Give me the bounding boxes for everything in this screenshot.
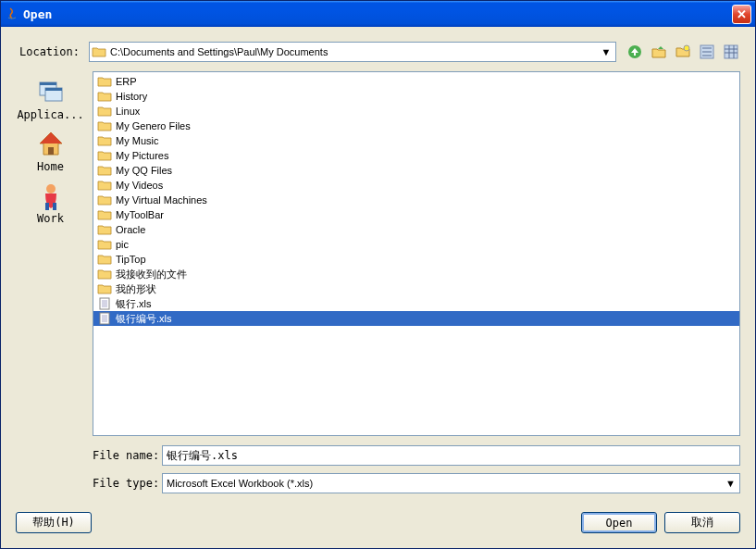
svg-rect-14 [45,88,62,91]
up-icon[interactable] [626,43,644,61]
file-row[interactable]: 我接收到的文件 [93,267,739,281]
file-row[interactable]: My QQ Files [93,163,739,178]
fields: File name: File type: Microsoft Excel Wo… [93,445,740,501]
file-row[interactable]: My Virtual Machines [93,193,739,207]
file-row[interactable]: 银行编号.xls [93,311,739,326]
folder-icon [97,223,112,236]
file-name: My Music [116,135,158,146]
file-name: 银行.xls [116,297,152,311]
svg-point-1 [684,45,689,51]
filename-row: File name: [93,445,740,466]
file-list[interactable]: ERPHistoryLinuxMy Genero FilesMy MusicMy… [93,71,740,436]
folder-icon [97,238,112,251]
svg-point-16 [46,184,56,193]
details-view-icon[interactable] [722,43,740,61]
file-row[interactable]: TipTop [93,252,739,267]
file-name: MyToolBar [116,209,164,220]
dropdown-icon: ▼ [725,478,736,489]
file-name: 银行编号.xls [116,312,172,326]
button-row: 帮助(H) Open 取消 [16,512,740,533]
file-row[interactable]: Oracle [93,222,739,237]
folder-icon [97,268,112,281]
folder-icon [97,208,112,221]
filetype-label: File type: [93,477,162,490]
main-row: Applica... Home Work ERPHistoryLinuxMy G… [16,71,740,501]
file-icon [97,297,112,310]
help-button[interactable]: 帮助(H) [16,512,92,533]
file-name: pic [116,239,129,250]
filetype-value: Microsoft Excel Workbook (*.xls) [167,478,725,489]
svg-rect-18 [53,203,56,210]
file-name: 我接收到的文件 [116,268,187,281]
dialog-body: Location: C:\Documents and Settings\Paul… [1,27,755,548]
svg-rect-13 [40,82,56,85]
svg-rect-15 [48,147,54,155]
location-row: Location: C:\Documents and Settings\Paul… [16,42,740,62]
folder-icon [97,105,112,118]
svg-rect-24 [100,313,109,324]
folder-icon [97,282,112,295]
filetype-select[interactable]: Microsoft Excel Workbook (*.xls) ▼ [162,473,740,493]
file-row[interactable]: Linux [93,104,739,119]
file-row[interactable]: MyToolBar [93,207,739,222]
new-folder-icon[interactable] [674,43,692,61]
work-icon [36,181,66,210]
file-name: My Virtual Machines [116,194,207,206]
place-work[interactable]: Work [19,179,83,227]
file-row[interactable]: pic [93,237,739,252]
dropdown-icon[interactable]: ▼ [599,46,613,57]
place-label: Home [37,160,64,173]
folder-icon [97,90,112,103]
location-combo[interactable]: C:\Documents and Settings\Paul\My Docume… [89,42,616,62]
place-home[interactable]: Home [19,127,83,175]
list-view-icon[interactable] [698,43,716,61]
file-row[interactable]: ERP [93,74,739,89]
open-dialog: Open ✕ Location: C:\Documents and Settin… [0,0,756,549]
file-name: My Pictures [116,150,168,161]
file-name: Linux [116,106,140,117]
file-row[interactable]: My Pictures [93,148,739,163]
svg-rect-19 [100,298,109,309]
folder-icon [97,179,112,192]
file-name: Oracle [116,224,145,235]
places-bar: Applica... Home Work [16,71,85,501]
file-name: My QQ Files [116,165,172,176]
file-icon [97,312,112,325]
close-button[interactable]: ✕ [732,5,751,24]
folder-icon [97,193,112,206]
file-name: History [116,91,147,102]
cancel-button[interactable]: 取消 [664,512,740,533]
home-icon [36,129,66,158]
home-icon[interactable] [650,43,668,61]
filename-input[interactable] [162,445,740,466]
open-button[interactable]: Open [581,512,657,533]
folder-icon [97,149,112,162]
folder-icon [97,253,112,266]
file-row[interactable]: History [93,89,739,104]
window-title: Open [23,7,732,21]
location-label: Location: [16,45,85,58]
svg-rect-6 [725,45,737,58]
filename-label: File name: [93,449,162,462]
folder-icon [97,75,112,88]
folder-icon [97,134,112,147]
file-row[interactable]: 我的形状 [93,281,739,296]
file-row[interactable]: My Music [93,133,739,148]
folder-icon [97,119,112,132]
file-row[interactable]: My Videos [93,178,739,193]
place-label: Applica... [17,108,83,121]
filetype-row: File type: Microsoft Excel Workbook (*.x… [93,473,740,493]
svg-rect-17 [45,203,49,210]
java-icon [5,6,19,21]
file-row[interactable]: My Genero Files [93,119,739,133]
file-name: TipTop [116,254,146,265]
applications-icon [36,77,66,106]
folder-icon [97,164,112,177]
folder-icon [92,45,106,58]
file-name: ERP [116,76,137,87]
titlebar[interactable]: Open ✕ [1,1,755,27]
right-column: ERPHistoryLinuxMy Genero FilesMy MusicMy… [93,71,740,501]
file-row[interactable]: 银行.xls [93,296,739,311]
location-path: C:\Documents and Settings\Paul\My Docume… [110,46,599,57]
place-applications[interactable]: Applica... [19,75,83,123]
